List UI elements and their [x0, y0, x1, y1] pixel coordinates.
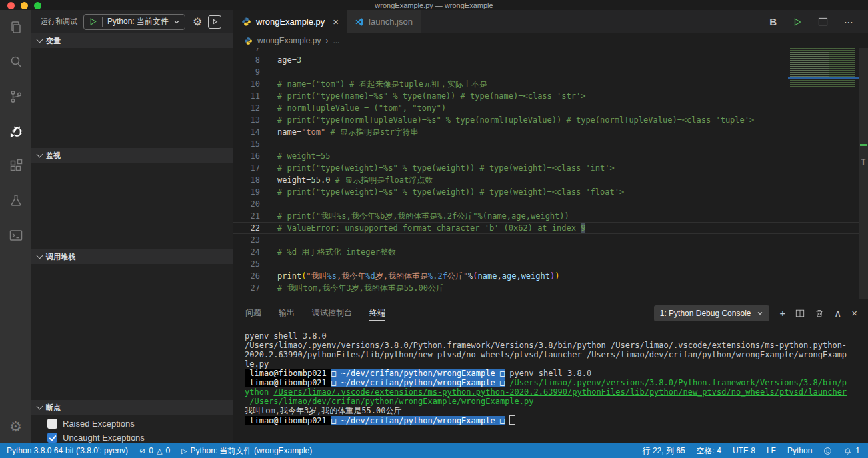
tab-terminal[interactable]: 终端: [369, 307, 385, 319]
terminal-output[interactable]: pyenv shell 3.8.0/Users/limao/.pyenv/ver…: [233, 327, 868, 443]
line-number[interactable]: 25: [233, 258, 260, 270]
close-window-button[interactable]: [7, 2, 15, 9]
line-number[interactable]: 12: [233, 102, 260, 114]
zoom-window-button[interactable]: [34, 2, 41, 9]
line-number[interactable]: 24: [233, 246, 260, 258]
line-number[interactable]: 16: [233, 150, 260, 162]
code-line[interactable]: 27# 我叫tom,我今年3岁,我的体重是55.00公斤: [233, 282, 868, 294]
indentation-status[interactable]: 空格: 4: [697, 445, 721, 457]
new-terminal-icon[interactable]: +: [779, 308, 785, 318]
breakpoint-row-raised-exceptions[interactable]: Raised Exceptions: [31, 417, 233, 431]
explorer-icon[interactable]: [0, 10, 31, 45]
code-editor[interactable]: 78age=3910# name=("tom") # 看起来像是tuple元祖，…: [233, 48, 868, 299]
debug-settings-gear-icon[interactable]: ⚙: [193, 15, 202, 28]
call-stack-section-header[interactable]: 调用堆栈: [31, 249, 233, 264]
code-line[interactable]: 7: [233, 48, 868, 54]
tab-launch-json[interactable]: launch.json: [347, 10, 421, 33]
variables-panel[interactable]: [31, 48, 233, 148]
code-line[interactable]: 21# print("我叫%s,我今年%b岁,我的体重是%.2f公斤"%(nam…: [233, 210, 868, 222]
test-beaker-icon[interactable]: [0, 183, 31, 218]
settings-gear-icon[interactable]: ⚙: [0, 409, 31, 443]
code-line[interactable]: 9: [233, 66, 868, 78]
tab-debug-console[interactable]: 调试控制台: [312, 307, 352, 319]
code-line[interactable]: 23: [233, 234, 868, 246]
code-line[interactable]: 22# ValueError: unsupported format chara…: [233, 222, 868, 234]
run-and-debug-icon[interactable]: [0, 114, 31, 149]
line-number[interactable]: 7: [233, 48, 260, 54]
line-number[interactable]: 19: [233, 186, 260, 198]
code-line[interactable]: 20: [233, 198, 868, 210]
tab-wrongexample-py[interactable]: wrongExample.py ×: [233, 10, 347, 33]
line-number[interactable]: 11: [233, 90, 260, 102]
code-line[interactable]: 26print("我叫%s,我今年%d岁,我的体重是%.2f公斤"%(name,…: [233, 270, 868, 282]
line-number[interactable]: 9: [233, 66, 260, 78]
run-config-status[interactable]: ▷ Python: 当前文件 (wrongExample): [181, 445, 312, 457]
close-tab-icon[interactable]: ×: [333, 17, 339, 27]
line-number[interactable]: 27: [233, 282, 260, 294]
kill-terminal-trash-icon[interactable]: [815, 309, 824, 318]
line-number[interactable]: 23: [233, 234, 260, 246]
minimap[interactable]: [788, 48, 859, 87]
line-number[interactable]: 10: [233, 78, 260, 90]
breadcrumb[interactable]: wrongExample.py › ...: [233, 33, 868, 48]
tab-problems[interactable]: 问题: [245, 307, 261, 319]
code-line[interactable]: 12# normlTupleValue = ("tom", "tony"): [233, 102, 868, 114]
encoding-status[interactable]: UTF-8: [733, 446, 755, 455]
tab-output[interactable]: 输出: [279, 307, 295, 319]
breadcrumb-more[interactable]: ...: [333, 36, 339, 45]
code-line[interactable]: 19# print("type(weight)=%s" % type(weigh…: [233, 186, 868, 198]
code-line[interactable]: 25: [233, 258, 868, 270]
editor-scrollbar[interactable]: T: [859, 48, 868, 299]
more-actions-icon[interactable]: ⋯: [844, 17, 853, 27]
feedback-icon[interactable]: [823, 447, 832, 455]
bookmarks-icon[interactable]: B: [769, 16, 777, 27]
uncaught-exceptions-checkbox[interactable]: [47, 433, 57, 443]
split-terminal-icon[interactable]: [795, 309, 805, 318]
variables-section-header[interactable]: 变量: [31, 33, 233, 48]
code-line[interactable]: 14name="tom" # 显示指明是str字符串: [233, 126, 868, 138]
start-debug-icon[interactable]: [89, 17, 97, 26]
launch-config-dropdown[interactable]: Python: 当前文件: [83, 14, 185, 30]
code-line[interactable]: 16# weight=55: [233, 150, 868, 162]
line-number[interactable]: 17: [233, 162, 260, 174]
close-panel-icon[interactable]: ×: [851, 308, 857, 318]
code-line[interactable]: 13# print("type(normlTupleValue)=%s" % t…: [233, 114, 868, 126]
language-mode-status[interactable]: Python: [787, 446, 812, 455]
line-number[interactable]: 15: [233, 138, 260, 150]
code-line[interactable]: 8age=3: [233, 54, 868, 66]
code-line[interactable]: 17# print("type(weight)=%s" % type(weigh…: [233, 162, 868, 174]
search-icon[interactable]: [0, 45, 31, 79]
terminal-box-icon[interactable]: [0, 218, 31, 253]
call-stack-panel[interactable]: [31, 264, 233, 400]
run-python-file-icon[interactable]: [793, 17, 802, 27]
maximize-panel-icon[interactable]: ∧: [834, 308, 841, 318]
code-line[interactable]: 18weight=55.0 # 显示指明是float浮点数: [233, 174, 868, 186]
line-number[interactable]: 20: [233, 198, 260, 210]
line-number[interactable]: 21: [233, 210, 260, 222]
problems-status[interactable]: ⊘ 0 △ 0: [139, 446, 170, 455]
breakpoint-row-uncaught-exceptions[interactable]: Uncaught Exceptions: [31, 431, 233, 445]
code-line[interactable]: 10# name=("tom") # 看起来像是tuple元祖，实际上不是: [233, 78, 868, 90]
line-number[interactable]: 26: [233, 270, 260, 282]
python-interpreter-status[interactable]: Python 3.8.0 64-bit ('3.8.0': pyenv): [7, 446, 128, 455]
line-number[interactable]: 14: [233, 126, 260, 138]
watch-panel[interactable]: [31, 163, 233, 249]
code-line[interactable]: 24# %d 用于格式化 integer整数: [233, 246, 868, 258]
line-number[interactable]: 8: [233, 54, 260, 66]
open-debug-console-icon[interactable]: [208, 15, 221, 29]
line-number[interactable]: 18: [233, 174, 260, 186]
line-number[interactable]: 22: [233, 222, 260, 234]
split-editor-icon[interactable]: [818, 17, 828, 27]
breadcrumb-file[interactable]: wrongExample.py: [257, 36, 321, 45]
code-line[interactable]: 15: [233, 138, 868, 150]
extensions-icon[interactable]: [0, 149, 31, 183]
minimize-window-button[interactable]: [21, 2, 28, 9]
raised-exceptions-checkbox[interactable]: [47, 419, 57, 429]
cursor-position-status[interactable]: 行 22, 列 65: [643, 445, 685, 457]
code-line[interactable]: 11# print("type(name)=%s" % type(name)) …: [233, 90, 868, 102]
line-number[interactable]: 13: [233, 114, 260, 126]
watch-section-header[interactable]: 监视: [31, 148, 233, 163]
breakpoints-section-header[interactable]: 断点: [31, 400, 233, 415]
notifications-bell[interactable]: 1: [843, 446, 860, 455]
source-control-icon[interactable]: [0, 79, 31, 114]
